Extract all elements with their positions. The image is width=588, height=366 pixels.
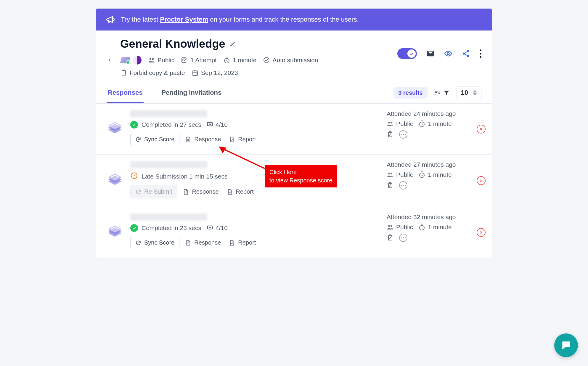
row-duration-label: 1 minute xyxy=(428,171,452,178)
meta-submission-label: Auto submission xyxy=(272,57,318,64)
meta-copy-paste: Forbid copy & paste xyxy=(120,69,185,76)
status-text: Completed in 23 secs xyxy=(142,224,201,232)
status-text: Late Submission 1 min 15 secs xyxy=(142,173,228,180)
report-link[interactable]: Report xyxy=(224,185,256,198)
people-icon xyxy=(387,171,394,178)
delete-response-button[interactable] xyxy=(477,176,486,185)
svg-point-4 xyxy=(264,57,269,63)
delete-response-button[interactable] xyxy=(477,125,486,134)
svg-rect-7 xyxy=(193,71,197,76)
meta-auto-submission: Auto submission xyxy=(263,57,318,64)
attended-text: Attended 27 minutes ago xyxy=(387,161,481,168)
attended-text: Attended 32 minutes ago xyxy=(387,213,481,221)
svg-line-41 xyxy=(223,149,265,168)
close-icon xyxy=(479,179,483,183)
meta-attempts: 1 Attempt xyxy=(181,57,217,64)
response-row: Completed in 27 secs 4/10 Sync Score Res… xyxy=(96,104,492,155)
clipboard-forbid-icon xyxy=(387,182,394,189)
check-circle-icon xyxy=(263,57,270,64)
response-stack-icon xyxy=(107,171,123,188)
page-header: General Knowledge Public 1 Attempt 1 min… xyxy=(96,30,492,82)
meta-date: Sep 12, 2023 xyxy=(192,69,238,76)
response-link[interactable]: Response xyxy=(182,236,223,249)
response-stack-icon xyxy=(107,223,123,240)
banner-prefix: Try the latest xyxy=(121,16,160,23)
response-link[interactable]: Response xyxy=(182,133,223,146)
row-more-menu[interactable] xyxy=(399,234,407,242)
report-link-label: Report xyxy=(238,136,256,143)
annotation-tooltip: Click Here to view Response score xyxy=(265,165,337,187)
share-icon[interactable] xyxy=(462,49,470,58)
svg-point-34 xyxy=(391,225,392,227)
svg-point-33 xyxy=(388,225,390,227)
report-link[interactable]: Report xyxy=(226,133,258,146)
sort-filter-button[interactable] xyxy=(434,89,450,96)
report-icon xyxy=(229,136,235,143)
tab-pending-invitations[interactable]: Pending Invitations xyxy=(160,82,223,103)
row-duration: 1 minute xyxy=(418,224,452,231)
row-visibility-label: Public xyxy=(396,120,413,127)
edit-title-icon[interactable] xyxy=(229,41,235,47)
meta-duration-label: 1 minute xyxy=(233,57,257,64)
response-row: Completed in 23 secs 4/10 Sync Score Res… xyxy=(96,207,492,258)
svg-point-9 xyxy=(467,50,469,52)
row-more-menu[interactable] xyxy=(399,181,407,190)
completed-badge xyxy=(130,224,138,232)
report-link[interactable]: Report xyxy=(226,236,258,249)
svg-point-24 xyxy=(388,173,390,174)
sync-score-button[interactable]: Sync Score xyxy=(130,133,179,146)
app-container: Try the latest Proctor System on your fo… xyxy=(96,8,492,258)
page-size-select[interactable]: 10 xyxy=(457,86,481,99)
score-chip: 4/10 xyxy=(207,121,228,128)
progress-pie-icon xyxy=(133,56,142,65)
annotation-arrow xyxy=(217,145,268,171)
score-chip: 4/10 xyxy=(207,224,228,232)
people-icon xyxy=(387,224,394,231)
row-duration: 1 minute xyxy=(418,120,452,127)
more-menu-icon[interactable] xyxy=(480,49,481,58)
svg-point-0 xyxy=(150,58,151,60)
row-visibility: Public xyxy=(387,120,413,127)
annotation-line2: to view Response score xyxy=(269,176,332,184)
meta-copypaste-label: Forbid copy & paste xyxy=(130,69,185,76)
re-submit-button[interactable]: Re-Submit xyxy=(130,185,177,198)
tab-responses[interactable]: Responses xyxy=(107,82,144,103)
filter-icon xyxy=(443,89,450,96)
redacted-name xyxy=(130,213,207,221)
eye-icon[interactable] xyxy=(444,49,452,58)
publish-toggle[interactable] xyxy=(397,48,417,59)
check-icon xyxy=(409,51,414,56)
back-chevron-icon[interactable] xyxy=(107,57,113,63)
row-visibility: Public xyxy=(387,224,413,231)
redacted-name xyxy=(130,161,207,168)
page-title: General Knowledge xyxy=(120,38,225,50)
sync-score-button[interactable]: Sync Score xyxy=(130,236,179,249)
svg-marker-12 xyxy=(473,90,477,92)
megaphone-icon xyxy=(105,15,115,25)
response-link-label: Response xyxy=(194,239,221,246)
presentation-icon xyxy=(207,225,213,231)
refresh-icon xyxy=(135,240,141,246)
document-icon xyxy=(185,136,191,143)
chevron-up-icon xyxy=(473,90,477,93)
delete-response-button[interactable] xyxy=(477,228,486,237)
svg-point-25 xyxy=(391,173,392,174)
edit-icon xyxy=(181,57,188,64)
tab-bar: Responses Pending Invitations 3 results … xyxy=(96,82,492,104)
mail-icon[interactable] xyxy=(426,49,435,58)
close-icon xyxy=(479,230,483,235)
banner-suffix: on your forms and track the responses of… xyxy=(208,16,359,23)
row-more-menu[interactable] xyxy=(399,130,407,139)
row-duration-label: 1 minute xyxy=(428,120,452,127)
report-link-label: Report xyxy=(238,239,256,246)
svg-point-16 xyxy=(391,122,392,123)
avatar-stack xyxy=(120,56,142,65)
proctor-system-link[interactable]: Proctor System xyxy=(160,16,208,23)
people-icon xyxy=(148,57,155,64)
svg-point-1 xyxy=(152,58,154,60)
response-link[interactable]: Response xyxy=(180,185,221,198)
clipboard-icon xyxy=(120,69,127,76)
completed-badge xyxy=(130,121,138,129)
row-visibility-label: Public xyxy=(396,171,413,178)
report-icon xyxy=(226,189,233,195)
